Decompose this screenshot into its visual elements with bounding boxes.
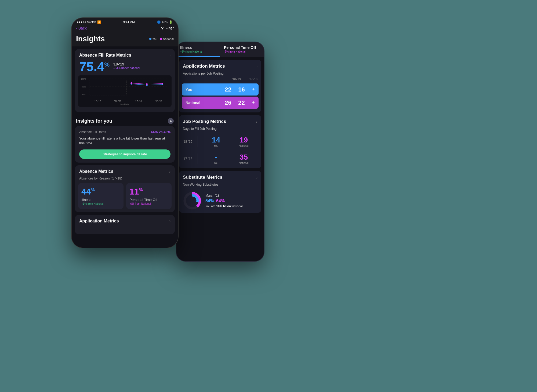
job-posting-metrics-chevron-icon[interactable]: › bbox=[256, 119, 257, 124]
donut-desc-post: national. bbox=[231, 204, 244, 208]
absence-metrics-chevron-icon[interactable]: › bbox=[169, 169, 170, 174]
back-button[interactable]: ‹ Back bbox=[76, 26, 87, 30]
big-number: 75.4% bbox=[79, 60, 110, 73]
absence-tile-illness: 44% Illness +1% from National bbox=[78, 183, 124, 209]
back-label: Back bbox=[78, 26, 87, 30]
donut-desc-pre: You are bbox=[205, 204, 216, 208]
insight-card: Absence Fill Rates 44% vs 48% Your absen… bbox=[75, 126, 175, 163]
dot-3 bbox=[81, 21, 82, 23]
page-title: Insights bbox=[76, 35, 105, 43]
pto-value: 11% bbox=[129, 187, 168, 197]
x-label-4: '18-'19 bbox=[155, 100, 162, 102]
filter-button[interactable]: ⛛ Filter bbox=[161, 26, 174, 30]
big-number-unit: % bbox=[104, 61, 110, 68]
tab-illness[interactable]: Illness +1% from National bbox=[176, 42, 220, 57]
svg-text:50%: 50% bbox=[82, 86, 86, 88]
tab-illness-sub: +1% from National bbox=[180, 50, 216, 53]
legend: You National bbox=[149, 37, 174, 41]
legend-national: National bbox=[160, 37, 174, 41]
x-label-2: '16-'17 bbox=[114, 100, 121, 102]
pto-unit: % bbox=[139, 188, 143, 192]
insights-section: Insights for you 4 Absence Fill Rates 44… bbox=[72, 115, 178, 163]
wifi-icon: 📶 bbox=[97, 20, 101, 24]
illness-unit: % bbox=[91, 188, 95, 192]
app-metrics-preview-title: Application Metrics bbox=[79, 219, 119, 224]
donut-val-you: 54% bbox=[205, 199, 214, 203]
illness-sub: +1% from National bbox=[81, 202, 120, 205]
x-label-3: '17-'18 bbox=[135, 100, 142, 102]
phone2-scroll[interactable]: Illness +1% from National Personal Time … bbox=[176, 42, 264, 261]
days-national-sub-2: National bbox=[230, 162, 257, 164]
application-metrics-sublabel: Applications per Job Posting bbox=[179, 71, 261, 78]
tab-pto-label: Personal Time Off bbox=[224, 45, 260, 50]
status-bar-right: 🔵 42% 🔋 bbox=[157, 20, 173, 24]
application-metrics-card: Application Metrics › Applications per J… bbox=[179, 60, 261, 112]
tab-pto-sub: -6% from National bbox=[224, 50, 260, 53]
application-you-plus-icon[interactable]: + bbox=[248, 83, 259, 96]
phone-front: Sketch 📶 9:41 AM 🔵 42% 🔋 ‹ Back ⛛ Filter… bbox=[71, 17, 179, 248]
time-display: 9:41 AM bbox=[123, 20, 135, 24]
job-posting-metrics-card: Job Posting Metrics › Days to Fill Job P… bbox=[179, 115, 261, 168]
battery-label: 42% bbox=[162, 20, 168, 24]
application-national-label: National bbox=[182, 97, 221, 108]
application-national-row: National 26 22 + bbox=[182, 97, 259, 109]
bluetooth-icon: 🔵 bbox=[157, 20, 161, 24]
application-you-label: You bbox=[182, 84, 221, 95]
job-days-row-2: '17-'18 - You 35 National bbox=[179, 150, 261, 168]
tab-illness-label: Illness bbox=[180, 45, 216, 50]
page-title-row: Insights You National bbox=[72, 34, 178, 46]
carrier-label: Sketch bbox=[87, 20, 96, 24]
insight-text: Your absence fill rate is a little bit l… bbox=[79, 136, 170, 146]
absence-metrics-tiles: 44% Illness +1% from National 11% Person… bbox=[75, 183, 175, 212]
svg-text:100%: 100% bbox=[81, 78, 86, 80]
donut-description: You are 10% below national. bbox=[205, 204, 257, 208]
donut-month: March '18 bbox=[205, 194, 257, 197]
strategies-button[interactable]: Strategies to improve fill rate bbox=[79, 149, 170, 159]
legend-you-dot bbox=[149, 38, 151, 40]
back-chevron-icon: ‹ bbox=[76, 26, 77, 30]
days-you-sub-2: You bbox=[202, 162, 230, 164]
dot-2 bbox=[79, 21, 80, 23]
svg-text:0%: 0% bbox=[82, 93, 85, 96]
year-header-2: '17-'18 bbox=[249, 78, 257, 81]
donut-val-national: 64% bbox=[216, 199, 225, 203]
job-posting-metrics-title: Job Posting Metrics bbox=[183, 119, 226, 124]
year-header-row: '18-'19 '17-'18 bbox=[179, 78, 261, 82]
application-metrics-header: Application Metrics › bbox=[179, 60, 261, 71]
illness-label: Illness bbox=[81, 198, 120, 202]
dot-5 bbox=[85, 21, 86, 23]
application-national-val2: 22 bbox=[235, 99, 248, 106]
scroll-content[interactable]: Absence Fill Rate Metrics › 75.4% '18-'1… bbox=[72, 46, 178, 248]
pto-label: Personal Time Off bbox=[129, 198, 168, 202]
absence-metrics-card: Absence Metrics › Absences by Reason ('1… bbox=[75, 165, 175, 212]
application-metrics-chevron-icon[interactable]: › bbox=[256, 64, 257, 68]
category-tabs: Illness +1% from National Personal Time … bbox=[176, 42, 264, 57]
stat-diff: -2.3% under national bbox=[113, 66, 140, 69]
tab-pto[interactable]: Personal Time Off -6% from National bbox=[220, 42, 264, 57]
insights-badge: 4 bbox=[168, 118, 174, 124]
application-you-row: You 22 16 + bbox=[182, 83, 259, 96]
substitute-metrics-chevron-icon[interactable]: › bbox=[256, 175, 257, 179]
days-national-val-2: 35 bbox=[230, 153, 257, 162]
donut-svg bbox=[183, 191, 202, 210]
svg-point-9 bbox=[130, 82, 132, 84]
days-national-sub-1: National bbox=[230, 144, 257, 147]
stat-year: '18-'19 bbox=[113, 62, 140, 66]
donut-info: March '18 54% 64% You are 10% below nati… bbox=[205, 194, 257, 208]
legend-you: You bbox=[149, 37, 157, 41]
no-data-label: No Data bbox=[81, 103, 169, 106]
dot-4 bbox=[83, 21, 84, 23]
application-metrics-title: Application Metrics bbox=[183, 64, 225, 69]
app-metrics-preview-chevron-icon[interactable]: › bbox=[169, 219, 170, 223]
application-national-plus-icon[interactable]: + bbox=[248, 97, 259, 109]
absence-fill-rate-chevron-icon[interactable]: › bbox=[169, 53, 170, 57]
signal-dots bbox=[77, 21, 86, 23]
days-label: Days to Fill Job Posting bbox=[179, 126, 261, 133]
svg-point-11 bbox=[162, 83, 163, 85]
donut-chart bbox=[183, 191, 202, 210]
battery-icon: 🔋 bbox=[169, 20, 173, 24]
application-you-val2: 16 bbox=[235, 86, 248, 93]
substitute-metrics-title: Substitute Metrics bbox=[183, 175, 222, 180]
absence-metrics-header: Absence Metrics › bbox=[75, 165, 175, 177]
insights-title: Insights for you bbox=[76, 118, 112, 124]
